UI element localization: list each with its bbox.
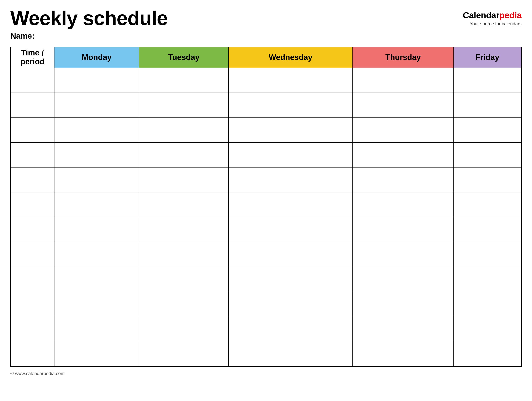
monday-cell-11[interactable] (54, 317, 139, 342)
monday-cell-9[interactable] (54, 267, 139, 292)
time-cell-7[interactable] (11, 217, 54, 242)
table-row (11, 342, 521, 367)
header-area: Weekly schedule Name: Calendarpedia Your… (10, 8, 522, 40)
logo-tagline: Your source for calendars (470, 21, 522, 27)
thursday-cell-5[interactable] (353, 167, 454, 192)
wednesday-cell-1[interactable] (228, 68, 353, 93)
monday-cell-7[interactable] (54, 217, 139, 242)
monday-cell-3[interactable] (54, 117, 139, 142)
tuesday-header: Tuesday (139, 47, 228, 68)
monday-cell-8[interactable] (54, 242, 139, 267)
monday-cell-6[interactable] (54, 192, 139, 217)
friday-cell-7[interactable] (454, 217, 521, 242)
time-cell-12[interactable] (11, 342, 54, 367)
name-label: Name: (10, 31, 168, 40)
friday-cell-3[interactable] (454, 117, 521, 142)
tuesday-cell-7[interactable] (139, 217, 228, 242)
tuesday-cell-2[interactable] (139, 93, 228, 117)
thursday-cell-7[interactable] (353, 217, 454, 242)
logo-pedia: pedia (499, 10, 522, 20)
tuesday-cell-9[interactable] (139, 267, 228, 292)
time-cell-6[interactable] (11, 192, 54, 217)
friday-cell-8[interactable] (454, 242, 521, 267)
logo-section: Calendarpedia Your source for calendars (463, 10, 522, 27)
time-cell-11[interactable] (11, 317, 54, 342)
time-cell-2[interactable] (11, 93, 54, 117)
friday-header: Friday (454, 47, 521, 68)
friday-cell-10[interactable] (454, 292, 521, 317)
wednesday-cell-7[interactable] (228, 217, 353, 242)
table-row (11, 117, 521, 142)
table-row (11, 167, 521, 192)
tuesday-cell-5[interactable] (139, 167, 228, 192)
table-row (11, 292, 521, 317)
schedule-table: Time / period Monday Tuesday Wednesday T… (10, 47, 522, 367)
title-section: Weekly schedule Name: (10, 8, 168, 40)
thursday-cell-4[interactable] (353, 142, 454, 167)
table-row (11, 68, 521, 93)
monday-cell-5[interactable] (54, 167, 139, 192)
tuesday-cell-12[interactable] (139, 342, 228, 367)
wednesday-cell-2[interactable] (228, 93, 353, 117)
friday-cell-4[interactable] (454, 142, 521, 167)
logo-calendar: Calendar (463, 10, 499, 20)
tuesday-cell-11[interactable] (139, 317, 228, 342)
time-cell-4[interactable] (11, 142, 54, 167)
monday-cell-10[interactable] (54, 292, 139, 317)
table-row (11, 142, 521, 167)
wednesday-cell-12[interactable] (228, 342, 353, 367)
tuesday-cell-10[interactable] (139, 292, 228, 317)
friday-cell-1[interactable] (454, 68, 521, 93)
logo-text: Calendarpedia (463, 10, 522, 20)
monday-cell-4[interactable] (54, 142, 139, 167)
monday-header: Monday (54, 47, 139, 68)
time-cell-1[interactable] (11, 68, 54, 93)
tuesday-cell-3[interactable] (139, 117, 228, 142)
thursday-cell-2[interactable] (353, 93, 454, 117)
tuesday-cell-4[interactable] (139, 142, 228, 167)
thursday-cell-11[interactable] (353, 317, 454, 342)
time-cell-8[interactable] (11, 242, 54, 267)
thursday-cell-10[interactable] (353, 292, 454, 317)
wednesday-cell-10[interactable] (228, 292, 353, 317)
friday-cell-5[interactable] (454, 167, 521, 192)
table-row (11, 192, 521, 217)
wednesday-cell-8[interactable] (228, 242, 353, 267)
wednesday-cell-5[interactable] (228, 167, 353, 192)
table-row (11, 217, 521, 242)
wednesday-header: Wednesday (228, 47, 353, 68)
tuesday-cell-8[interactable] (139, 242, 228, 267)
tuesday-cell-1[interactable] (139, 68, 228, 93)
thursday-cell-8[interactable] (353, 242, 454, 267)
thursday-cell-9[interactable] (353, 267, 454, 292)
time-cell-3[interactable] (11, 117, 54, 142)
time-period-header: Time / period (11, 47, 54, 68)
thursday-cell-12[interactable] (353, 342, 454, 367)
friday-cell-12[interactable] (454, 342, 521, 367)
thursday-cell-1[interactable] (353, 68, 454, 93)
friday-cell-9[interactable] (454, 267, 521, 292)
monday-cell-2[interactable] (54, 93, 139, 117)
time-cell-9[interactable] (11, 267, 54, 292)
monday-cell-1[interactable] (54, 68, 139, 93)
wednesday-cell-3[interactable] (228, 117, 353, 142)
thursday-cell-3[interactable] (353, 117, 454, 142)
table-row (11, 317, 521, 342)
thursday-cell-6[interactable] (353, 192, 454, 217)
wednesday-cell-9[interactable] (228, 267, 353, 292)
wednesday-cell-6[interactable] (228, 192, 353, 217)
friday-cell-6[interactable] (454, 192, 521, 217)
friday-cell-11[interactable] (454, 317, 521, 342)
friday-cell-2[interactable] (454, 93, 521, 117)
wednesday-cell-11[interactable] (228, 317, 353, 342)
time-cell-10[interactable] (11, 292, 54, 317)
table-row (11, 267, 521, 292)
wednesday-cell-4[interactable] (228, 142, 353, 167)
schedule-body (11, 68, 521, 367)
time-cell-5[interactable] (11, 167, 54, 192)
monday-cell-12[interactable] (54, 342, 139, 367)
table-row (11, 93, 521, 117)
tuesday-cell-6[interactable] (139, 192, 228, 217)
footer-url: © www.calendarpedia.com (10, 371, 65, 376)
table-header-row: Time / period Monday Tuesday Wednesday T… (11, 47, 521, 68)
